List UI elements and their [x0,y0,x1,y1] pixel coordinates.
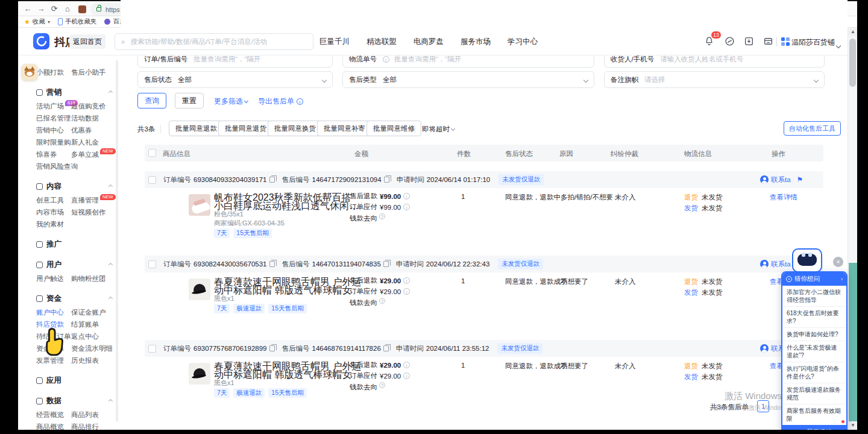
product-title-line2[interactable]: 动中标遮阳帽 韩版透气棒球帽女 [214,285,351,297]
sidebar-item-账户中心[interactable]: 账户中心 [36,306,71,318]
copy-icon[interactable] [269,261,275,267]
doudian-logo-icon[interactable] [33,33,49,49]
logistics-label[interactable]: 退货 [684,193,698,201]
reset-button[interactable]: 重置 [175,93,204,108]
row-checkbox[interactable] [148,260,156,268]
app-search-box[interactable]: ⌕ [115,33,313,50]
sidebar-section-title[interactable]: 应用 [18,374,121,387]
assistant-question[interactable]: 执行“闪电退货”的条件是什么? [782,362,846,383]
nav-item-服务市场[interactable]: 服务市场 [461,37,491,47]
sidebar-item-保证金账户[interactable]: 保证金账户 [71,306,121,318]
bookmark-item[interactable]: 手机收藏夹 [58,17,97,26]
nav-item-学习中心[interactable]: 学习中心 [508,37,538,47]
sidebar-section-title[interactable]: 推广 [18,237,121,251]
reload-icon[interactable]: ⟳ [48,4,60,14]
copy-icon[interactable] [383,345,389,351]
chevron-up-icon[interactable] [108,184,113,189]
sidebar-item-惊喜券[interactable]: 惊喜券 [36,148,71,160]
sidebar-item-结算账单[interactable]: 结算账单 [71,318,121,330]
app-search-input[interactable] [130,37,307,46]
feedback-button[interactable]: 我要反馈 [782,425,846,430]
sidebar-item-资金流水明细[interactable]: 资金流水明细 [71,342,121,354]
sidebar-section-title[interactable]: 营销 [18,86,121,99]
sidebar-item-活动广场[interactable]: 活动广场618 [36,100,71,112]
workbench-icon[interactable] [763,36,773,49]
fox-extension-icon[interactable] [21,64,38,81]
back-icon[interactable]: ← [22,4,34,14]
chevron-up-icon[interactable] [108,90,113,95]
sidebar-item-内容市场[interactable]: 内容市场 [36,206,71,218]
sidebar-item-售后小助手[interactable]: 售后小助手 [71,66,121,78]
sidebar-item-超值购竞价[interactable]: 超值购竞价 [71,100,121,112]
export-link[interactable]: 导出售后单i [258,96,303,107]
product-image[interactable] [189,194,210,216]
assistant-question[interactable]: 发货后极速退款服务规范 [782,383,846,404]
sidebar-item-小额打款[interactable]: 小额打款 [36,66,71,78]
sidebar-item-限时限量购[interactable]: 限时限量购 [36,136,71,148]
sidebar-item-商品排行[interactable]: 商品排行 [71,421,121,430]
sidebar-item-我的素材[interactable]: 我的素材 [36,218,71,230]
sidebar-item-新人礼金[interactable]: 新人礼金 [71,136,121,148]
sidebar-item-历史报表[interactable]: 历史报表 [71,354,121,366]
sidebar-item-用户触达[interactable]: 用户触达 [36,272,71,285]
scrollbar-thumb[interactable] [849,39,856,87]
batch-button-批量同意退款[interactable]: 批量同意退款 [169,121,224,136]
sidebar-item-优惠券[interactable]: 优惠券 [71,124,121,136]
close-icon[interactable]: × [833,257,843,267]
logistics-label[interactable]: 发货 [684,373,698,380]
browser-scrollbar[interactable]: ▲ ▼ [848,28,857,430]
sidebar-item-商品概览[interactable]: 商品概览 [36,421,71,430]
copy-icon[interactable] [383,261,389,267]
sidebar-item-购物粉丝团[interactable]: 购物粉丝团 [71,272,121,285]
copy-icon[interactable] [384,177,389,183]
money-flow-link[interactable]: 钱款去向? [350,382,385,392]
nav-item-巨量千川[interactable]: 巨量千川 [319,37,350,47]
service-icon[interactable] [725,36,735,49]
nav-item-精选联盟[interactable]: 精选联盟 [366,37,397,47]
sidebar-section-title[interactable]: 数据 [18,394,121,407]
auto-aftersale-tool-button[interactable]: 自动化售后工具 [784,121,841,136]
forward-icon[interactable]: → [35,4,47,14]
copy-icon[interactable] [269,177,275,183]
shop-name[interactable]: 温陌莎百货铺 [791,37,835,48]
assistant-question[interactable]: 618大促售后时效要求? [782,307,846,328]
money-flow-link[interactable]: 钱款去向? [350,213,385,223]
sidebar-item-营销风险查询[interactable]: 营销风险查询 [36,160,71,172]
row-checkbox[interactable] [148,345,156,353]
product-image[interactable] [189,363,210,385]
chevron-up-icon[interactable] [108,297,113,301]
row-checkbox[interactable] [148,176,156,184]
logistics-label[interactable]: 发货 [684,204,698,212]
sidebar-item-短视频创作[interactable]: 短视频创作 [71,206,121,218]
chevron-up-icon[interactable] [108,399,113,403]
status-select[interactable]: 售后状态 全部 [137,71,333,88]
sidebar-item-经营概览[interactable]: 经营概览 [36,409,71,421]
logistics-label[interactable]: 退货 [684,362,698,370]
flag-icon[interactable]: ⚑ [797,175,803,184]
product-image[interactable] [189,278,210,300]
sidebar-item-营销中心[interactable]: 营销中心 [36,124,71,136]
extension-icon[interactable] [78,5,86,13]
view-detail-link[interactable]: 查看详情 [770,193,797,202]
download-center-icon[interactable] [744,36,754,49]
sidebar-section-title[interactable]: 资金 [18,292,121,305]
assistant-panel-header[interactable]: 猜你想问 › [782,272,846,286]
scroll-up-icon[interactable]: ▲ [848,28,857,36]
sidebar-item-商品列表[interactable]: 商品列表 [71,409,121,421]
bookmark-item[interactable]: ★收藏▾ [24,17,50,26]
more-filters-link[interactable]: 更多筛选 [214,96,248,107]
sidebar-item-返点中心[interactable]: 返点中心 [71,330,121,342]
copy-icon[interactable] [269,345,275,351]
select-all-checkbox[interactable] [148,149,156,157]
batch-button-批量同意换货[interactable]: 批量同意换货 [268,121,322,136]
sidebar-section-title[interactable]: 用户 [18,258,121,271]
assistant-robot-icon[interactable] [792,248,822,272]
nav-item-电商罗盘[interactable]: 电商罗盘 [414,37,444,47]
money-flow-link[interactable]: 钱款去向? [350,298,385,307]
chevron-up-icon[interactable] [108,263,113,267]
timeout-filter[interactable]: 即将超时 [422,125,454,134]
back-home-button[interactable]: 返回首页 [69,34,105,49]
query-button[interactable]: 查询 [137,93,166,108]
sidebar-item-多单立减[interactable]: 多单立减NEW [71,148,121,160]
assistant-question[interactable]: 什么是“未发货极速退款”? [782,341,846,362]
